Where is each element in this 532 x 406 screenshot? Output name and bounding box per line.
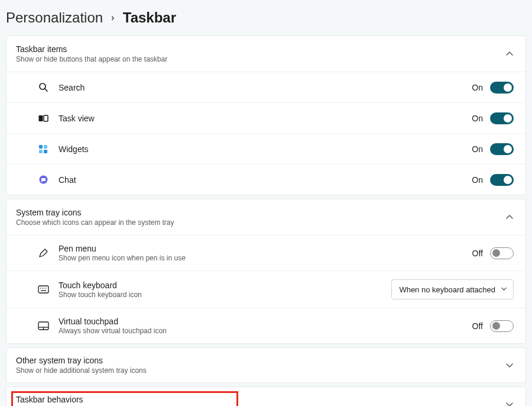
row-label: Widgets <box>59 144 462 154</box>
toggle-chat[interactable] <box>490 174 514 186</box>
group-system-tray: System tray icons Choose which icons can… <box>6 199 526 344</box>
toggle-widgets[interactable] <box>490 143 514 155</box>
toggle-pen-menu[interactable] <box>490 247 514 259</box>
toggle-state-label: On <box>472 114 483 123</box>
row-label: Pen menu <box>59 244 463 253</box>
group-title: Other system tray icons <box>16 356 147 365</box>
widgets-icon <box>37 143 49 155</box>
group-desc: Choose which icons can appear in the sys… <box>16 218 174 227</box>
keyboard-icon <box>37 283 49 295</box>
group-title: Taskbar behaviors <box>16 395 233 404</box>
svg-rect-5 <box>44 145 47 149</box>
row-sublabel: Show pen menu icon when pen is in use <box>59 254 463 262</box>
row-sublabel: Always show virtual touchpad icon <box>59 327 463 335</box>
row-label: Task view <box>59 114 462 123</box>
svg-rect-9 <box>38 286 48 293</box>
group-title: Taskbar items <box>16 44 167 54</box>
toggle-state-label: On <box>472 83 483 92</box>
group-header-system-tray[interactable]: System tray icons Choose which icons can… <box>7 199 525 235</box>
row-touch-keyboard: Touch keyboard Show touch keyboard icon … <box>7 270 525 308</box>
chevron-up-icon <box>505 50 514 58</box>
touchpad-icon <box>37 320 49 332</box>
toggle-virtual-touchpad[interactable] <box>490 320 514 332</box>
svg-rect-2 <box>38 115 43 121</box>
toggle-state-label: Off <box>472 249 483 258</box>
row-search: Search On <box>7 72 525 102</box>
svg-rect-6 <box>39 150 43 153</box>
chevron-down-icon <box>505 400 514 406</box>
group-other-tray: Other system tray icons Show or hide add… <box>6 347 526 383</box>
pen-icon <box>37 247 49 259</box>
group-title: System tray icons <box>16 208 174 217</box>
svg-rect-7 <box>44 150 47 153</box>
row-virtual-touchpad: Virtual touchpad Always show virtual tou… <box>7 308 525 343</box>
toggle-state-label: On <box>472 144 483 154</box>
svg-rect-4 <box>39 145 43 149</box>
row-label: Search <box>59 83 462 92</box>
row-sublabel: Show touch keyboard icon <box>59 291 382 299</box>
chevron-down-icon <box>501 285 507 294</box>
toggle-state-label: Off <box>472 321 483 331</box>
group-desc: Show or hide buttons that appear on the … <box>16 55 167 63</box>
row-label: Touch keyboard <box>59 281 382 290</box>
group-taskbar-items: Taskbar items Show or hide buttons that … <box>6 36 526 195</box>
toggle-task-view[interactable] <box>490 112 514 124</box>
chevron-right-icon: › <box>111 12 115 24</box>
breadcrumb-parent[interactable]: Personalization <box>6 9 103 26</box>
row-label: Virtual touchpad <box>59 317 463 326</box>
chevron-up-icon <box>505 213 514 221</box>
row-pen-menu: Pen menu Show pen menu icon when pen is … <box>7 235 525 270</box>
row-chat: Chat On <box>7 164 525 195</box>
breadcrumb: Personalization › Taskbar <box>6 9 526 36</box>
toggle-state-label: On <box>472 175 483 185</box>
group-header-taskbar-behaviors[interactable]: Taskbar behaviors Taskbar alignment, bad… <box>7 387 525 406</box>
search-icon <box>37 82 49 94</box>
select-touch-keyboard[interactable]: When no keyboard attached <box>391 279 514 299</box>
chevron-down-icon <box>505 361 514 369</box>
row-task-view: Task view On <box>7 102 525 133</box>
toggle-search[interactable] <box>490 82 514 94</box>
row-label: Chat <box>59 175 462 185</box>
group-desc: Show or hide additional system tray icon… <box>16 366 147 375</box>
group-header-taskbar-items[interactable]: Taskbar items Show or hide buttons that … <box>7 36 525 72</box>
taskview-icon <box>37 112 49 124</box>
breadcrumb-current: Taskbar <box>123 9 176 26</box>
svg-rect-3 <box>44 115 48 121</box>
group-header-other-tray[interactable]: Other system tray icons Show or hide add… <box>7 348 525 382</box>
row-widgets: Widgets On <box>7 133 525 164</box>
select-value: When no keyboard attached <box>399 285 495 294</box>
svg-line-1 <box>45 89 47 91</box>
chat-icon <box>37 174 49 186</box>
group-taskbar-behaviors: Taskbar behaviors Taskbar alignment, bad… <box>6 386 526 406</box>
